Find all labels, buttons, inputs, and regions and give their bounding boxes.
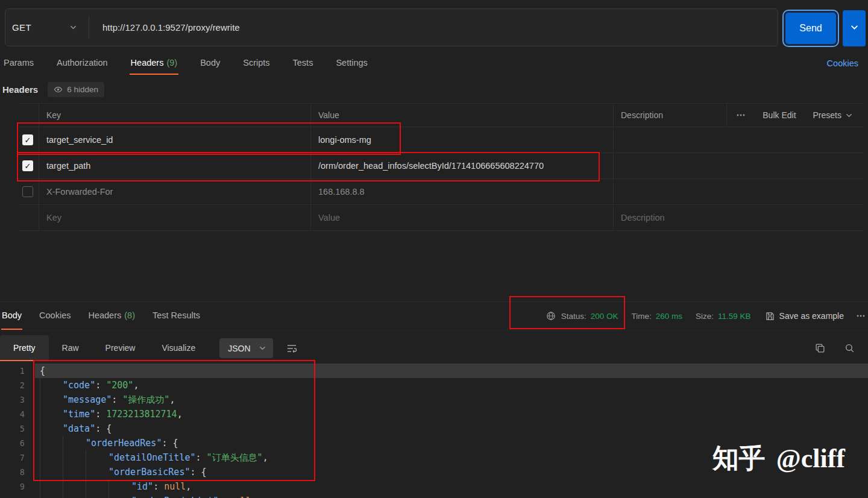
format-select[interactable]: JSON	[219, 338, 272, 358]
presets-button[interactable]: Presets	[813, 110, 852, 120]
bulk-edit-button[interactable]: Bulk Edit	[763, 110, 796, 120]
indent-guide	[40, 479, 63, 494]
line-content: "orderBasicList": null,	[35, 494, 868, 498]
indent-guide	[40, 407, 63, 421]
placeholder-description-cell[interactable]: Description	[613, 205, 863, 230]
header-description-cell[interactable]	[613, 127, 863, 153]
tab-label: Settings	[336, 58, 367, 68]
header-description-cell[interactable]	[613, 153, 863, 178]
header-description-cell[interactable]	[613, 179, 863, 204]
line-number: 7	[0, 450, 35, 465]
token-punct: :	[95, 380, 106, 391]
request-tab-tests[interactable]: Tests	[292, 52, 315, 75]
response-tabs-row: BodyCookiesHeaders(8)Test Results Status…	[0, 302, 868, 330]
table-actions: Bulk Edit Presets	[726, 104, 863, 127]
table-row: ✓target_path/orm/order_head_infos/select…	[18, 153, 863, 179]
token-punct: ,	[177, 409, 183, 420]
tab-count: (9)	[166, 58, 177, 68]
indent-guide	[86, 450, 108, 465]
placeholder-value-cell[interactable]: Value	[310, 205, 613, 230]
tab-label: Tests	[293, 58, 313, 68]
token-key: "detailOneTitle"	[108, 452, 196, 463]
checkbox-column	[18, 104, 39, 127]
indent-guide	[40, 421, 63, 436]
view-tab-preview[interactable]: Preview	[92, 335, 149, 361]
chevron-down-icon	[259, 345, 266, 351]
cookies-link[interactable]: Cookies	[827, 58, 858, 68]
response-tabs: BodyCookiesHeaders(8)Test Results	[1, 302, 217, 330]
save-as-example-button[interactable]: Save as example	[766, 311, 844, 321]
url-input[interactable]: http://127.0.0.1:9527/proxy/rewrite	[89, 22, 778, 33]
wrap-text-icon[interactable]	[286, 343, 297, 354]
view-tab-raw[interactable]: Raw	[49, 335, 92, 361]
view-tab-pretty[interactable]: Pretty	[0, 335, 49, 361]
checkbox-unchecked[interactable]	[22, 186, 33, 197]
request-tab-params[interactable]: Params	[2, 52, 35, 75]
tab-label: Body	[200, 58, 220, 68]
checkbox-cell: ✓	[18, 153, 39, 178]
response-tab-test-results[interactable]: Test Results	[152, 302, 201, 330]
method-select[interactable]: GET	[5, 9, 89, 46]
line-content: "message": "操作成功",	[35, 392, 868, 407]
token-key: "id"	[131, 481, 153, 492]
response-tab-headers[interactable]: Headers(8)	[87, 302, 136, 330]
view-tab-visualize[interactable]: Visualize	[148, 335, 209, 361]
code-line: 10"orderBasicList": null,	[0, 494, 868, 498]
indent-guide	[86, 494, 108, 498]
token-punct: :	[95, 409, 106, 420]
token-punct: : {	[95, 423, 112, 434]
indent-guide	[63, 450, 86, 465]
copy-icon[interactable]	[815, 343, 825, 353]
line-content: "code": "200",	[35, 378, 868, 392]
request-tabs: ParamsAuthorizationHeaders(9)BodyScripts…	[2, 52, 389, 75]
placeholder-key-cell[interactable]: Key	[39, 205, 310, 230]
eye-icon	[54, 85, 63, 94]
request-tab-headers[interactable]: Headers(9)	[130, 52, 179, 75]
format-select-value: JSON	[228, 344, 250, 353]
request-tab-scripts[interactable]: Scripts	[242, 52, 271, 75]
request-url-bar: GET http://127.0.0.1:9527/proxy/rewrite	[5, 8, 778, 46]
column-description: Description	[613, 104, 726, 127]
status-label: Status:	[561, 312, 587, 321]
tab-label: Authorization	[57, 58, 108, 68]
line-number: 8	[0, 465, 35, 479]
method-label: GET	[12, 22, 31, 33]
checkbox-checked[interactable]: ✓	[22, 160, 33, 171]
token-punct: ,	[263, 452, 268, 463]
token-number: 1723213812714	[106, 409, 177, 420]
tab-label: Headers	[131, 58, 164, 68]
search-icon[interactable]	[844, 343, 855, 353]
response-tab-cookies[interactable]: Cookies	[39, 302, 71, 330]
more-actions-icon[interactable]	[736, 110, 746, 120]
token-punct: :	[196, 452, 207, 463]
token-null: null	[230, 496, 251, 498]
status-value: 200 OK	[591, 312, 618, 321]
header-value-cell[interactable]: 168.168.8.8	[310, 179, 613, 204]
response-body-code[interactable]: 1{2"code": "200",3"message": "操作成功",4"ti…	[0, 361, 868, 498]
code-line: 4"time": 1723213812714,	[0, 407, 868, 421]
request-tab-body[interactable]: Body	[199, 52, 221, 75]
header-value-cell[interactable]: /orm/order_head_infos/selectById/1714106…	[310, 153, 613, 178]
send-button[interactable]: Send	[784, 11, 838, 46]
send-options-button[interactable]	[843, 10, 866, 46]
tab-label: Body	[2, 310, 22, 320]
hidden-headers-badge[interactable]: 6 hidden	[48, 82, 104, 97]
response-more-actions-icon[interactable]	[856, 311, 866, 321]
token-punct: :	[153, 481, 164, 492]
token-key: "time"	[63, 409, 95, 420]
header-key-cell[interactable]: target_path	[39, 153, 310, 178]
size-value: 11.59 KB	[718, 312, 751, 321]
checkbox-checked[interactable]: ✓	[22, 134, 33, 145]
response-tab-body[interactable]: Body	[1, 302, 22, 330]
token-punct: ,	[169, 394, 175, 405]
request-tab-authorization[interactable]: Authorization	[55, 52, 109, 75]
line-number: 4	[0, 407, 35, 421]
header-key-cell[interactable]: target_service_id	[39, 127, 310, 153]
header-key-cell[interactable]: X-Forwarded-For	[39, 179, 310, 204]
request-tab-settings[interactable]: Settings	[335, 52, 368, 75]
presets-label: Presets	[813, 110, 841, 120]
token-string: "200"	[106, 380, 133, 391]
line-number: 1	[0, 364, 35, 378]
token-punct: :	[219, 496, 230, 498]
header-value-cell[interactable]: longi-oms-mg	[310, 127, 613, 153]
